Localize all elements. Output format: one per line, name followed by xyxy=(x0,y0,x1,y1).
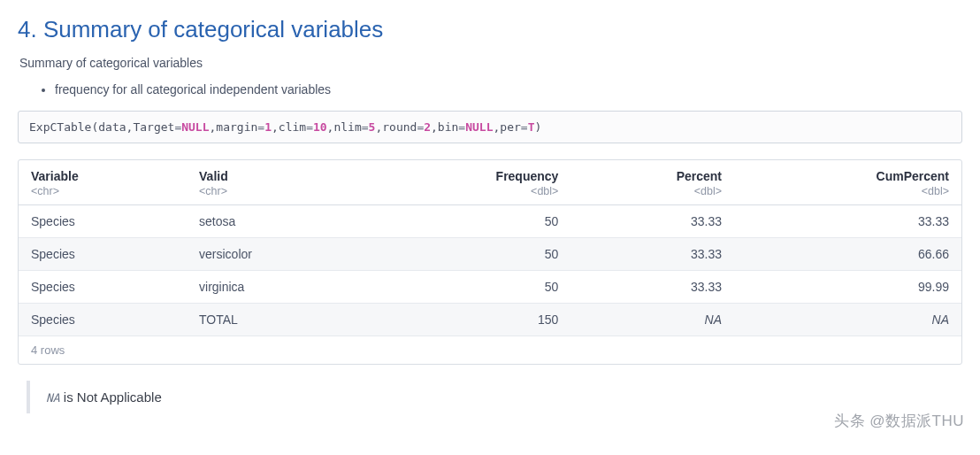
code-comma: , xyxy=(272,120,279,134)
freq-table: Variable Valid Frequency Percent CumPerc… xyxy=(19,160,961,335)
document-page: 4. Summary of categorical variables Summ… xyxy=(0,0,980,440)
code-eq: = xyxy=(362,120,369,134)
code-key5: round xyxy=(382,120,417,134)
cell-valid: versicolor xyxy=(187,238,367,271)
col-frequency: Frequency xyxy=(368,160,571,185)
cell-cumpercent: 66.66 xyxy=(734,238,961,271)
cell-percent: 33.33 xyxy=(570,205,734,238)
cell-variable: Species xyxy=(19,205,187,238)
code-key1: Target xyxy=(133,120,174,134)
cell-variable: Species xyxy=(19,271,187,304)
code-eq: = xyxy=(306,120,313,134)
table-row: Species TOTAL 150 NA NA xyxy=(19,304,961,336)
table-row: Species versicolor 50 33.33 66.66 xyxy=(19,238,961,271)
code-val1: NULL xyxy=(181,120,209,134)
cell-valid: virginica xyxy=(187,271,367,304)
row-count-label: 4 rows xyxy=(19,335,961,364)
cell-cumpercent-na: NA xyxy=(734,304,961,336)
freq-table-container: Variable Valid Frequency Percent CumPerc… xyxy=(18,159,962,365)
cell-percent-na: NA xyxy=(570,304,734,336)
type-variable: <chr> xyxy=(19,185,187,205)
code-key2: margin xyxy=(216,120,257,134)
cell-variable: Species xyxy=(19,304,187,336)
cell-frequency: 50 xyxy=(368,271,571,304)
code-comma: , xyxy=(431,120,438,134)
cell-cumpercent: 33.33 xyxy=(734,205,961,238)
type-cumpercent: <dbl> xyxy=(734,185,961,205)
table-row: Species virginica 50 33.33 99.99 xyxy=(19,271,961,304)
code-eq: = xyxy=(257,120,264,134)
table-row: Species setosa 50 33.33 33.33 xyxy=(19,205,961,238)
cell-frequency: 50 xyxy=(368,205,571,238)
code-key3: clim xyxy=(279,120,306,134)
na-code: NA xyxy=(46,391,60,405)
cell-percent: 33.33 xyxy=(570,238,734,271)
cell-percent: 33.33 xyxy=(570,271,734,304)
na-legend: NA is Not Applicable xyxy=(27,381,962,413)
section-heading: 4. Summary of categorical variables xyxy=(18,16,962,43)
code-eq: = xyxy=(458,120,465,134)
code-key7: per xyxy=(500,120,520,134)
type-valid: <chr> xyxy=(187,185,367,205)
col-valid: Valid xyxy=(187,160,367,185)
cell-variable: Species xyxy=(19,238,187,271)
code-val3: 10 xyxy=(313,120,327,134)
section-subtitle: Summary of categorical variables xyxy=(19,56,962,70)
col-percent: Percent xyxy=(570,160,734,185)
bullet-item: frequency for all categorical independen… xyxy=(55,82,962,96)
code-val2: 1 xyxy=(264,120,272,134)
cell-valid: TOTAL xyxy=(187,304,367,336)
type-percent: <dbl> xyxy=(570,185,734,205)
cell-valid: setosa xyxy=(187,205,367,238)
watermark: 头条 @数据派THU xyxy=(834,411,964,431)
type-frequency: <dbl> xyxy=(368,185,571,205)
code-key6: bin xyxy=(438,120,458,134)
bullet-list: frequency for all categorical independen… xyxy=(39,82,962,96)
cell-frequency: 150 xyxy=(368,304,571,336)
cell-cumpercent: 99.99 xyxy=(734,271,961,304)
col-variable: Variable xyxy=(19,160,187,185)
code-close: ) xyxy=(534,120,541,134)
code-arg0: data xyxy=(98,120,126,134)
code-eq: = xyxy=(521,120,528,134)
na-text: is Not Applicable xyxy=(60,389,162,405)
code-fn: ExpCTable xyxy=(29,120,91,134)
col-cumpercent: CumPercent xyxy=(734,160,961,185)
code-key4: nlim xyxy=(333,120,361,134)
code-block: ExpCTable(data,Target=NULL,margin=1,clim… xyxy=(18,111,962,143)
cell-frequency: 50 xyxy=(368,238,571,271)
code-val5: 2 xyxy=(424,120,431,134)
code-val6: NULL xyxy=(465,120,493,134)
